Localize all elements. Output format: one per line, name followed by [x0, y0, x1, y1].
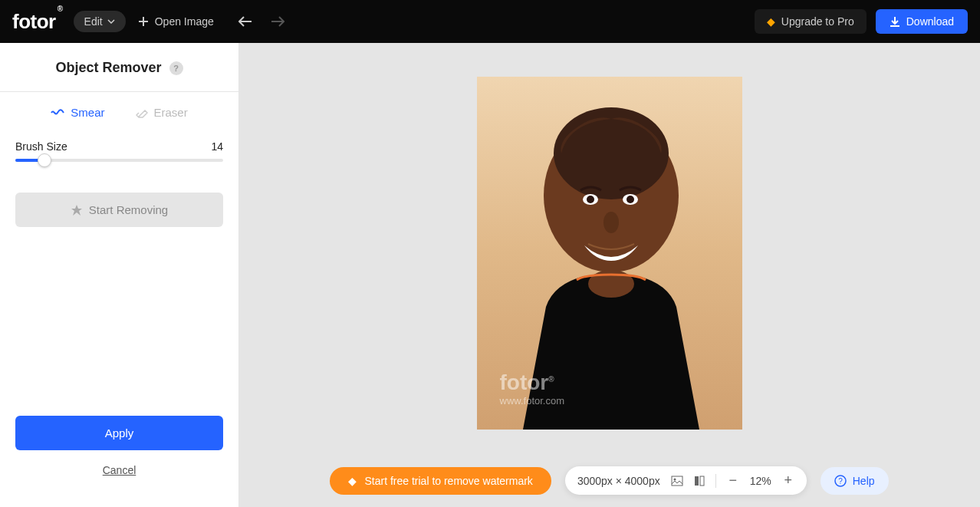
smear-icon	[51, 107, 64, 118]
svg-rect-9	[672, 476, 682, 486]
arrow-left-icon	[238, 16, 252, 27]
nav-arrows	[238, 16, 284, 27]
trial-label: Start free trial to remove watermark	[364, 475, 532, 487]
tool-tabs: Smear Eraser	[0, 92, 238, 122]
image-icon[interactable]	[671, 476, 683, 486]
tab-eraser[interactable]: Eraser	[136, 106, 188, 122]
slider-thumb[interactable]	[38, 153, 51, 167]
upgrade-label: Upgrade to Pro	[781, 15, 854, 28]
watermark: fotor® www.fotor.com	[500, 370, 565, 407]
registered-icon: ®	[58, 5, 63, 13]
zoom-out-button[interactable]: −	[727, 472, 739, 489]
canvas-toolbar: ◆ Start free trial to remove watermark 3…	[238, 466, 980, 495]
remove-icon	[71, 204, 83, 216]
tab-smear[interactable]: Smear	[51, 106, 104, 122]
upgrade-button[interactable]: ◆ Upgrade to Pro	[755, 9, 867, 34]
edit-menu-button[interactable]: Edit	[74, 11, 126, 32]
tab-smear-label: Smear	[71, 106, 104, 119]
open-image-button[interactable]: Open Image	[138, 15, 214, 28]
zoom-toolbar: 3000px × 4000px − 12% +	[565, 466, 807, 495]
help-label: Help	[853, 475, 875, 487]
svg-point-6	[626, 196, 634, 203]
cancel-link[interactable]: Cancel	[15, 464, 223, 476]
logo[interactable]: fotor®	[12, 10, 61, 34]
svg-point-7	[603, 212, 619, 233]
tab-eraser-label: Eraser	[154, 106, 188, 119]
main: Object Remover ? Smear Eraser Brush Size…	[0, 43, 980, 507]
sidebar: Object Remover ? Smear Eraser Brush Size…	[0, 43, 238, 507]
brush-size-label: Brush Size	[15, 140, 67, 153]
forward-button[interactable]	[271, 16, 284, 27]
svg-point-10	[673, 478, 676, 480]
trial-button[interactable]: ◆ Start free trial to remove watermark	[330, 467, 551, 495]
apply-button[interactable]: Apply	[15, 416, 223, 450]
logo-text: fotor	[12, 10, 56, 33]
sidebar-title: Object Remover	[55, 60, 161, 76]
download-icon	[890, 16, 900, 27]
sidebar-header: Object Remover ?	[0, 43, 238, 92]
cancel-label: Cancel	[103, 464, 136, 476]
compare-icon[interactable]	[694, 476, 705, 486]
dimensions-label: 3000px × 4000px	[577, 475, 660, 487]
eraser-icon	[136, 107, 148, 118]
apply-label: Apply	[105, 426, 134, 440]
start-removing-label: Start Removing	[89, 203, 168, 216]
watermark-logo: fotor®	[500, 370, 565, 395]
watermark-url: www.fotor.com	[500, 395, 565, 407]
divider	[715, 474, 716, 488]
diamond-icon: ◆	[767, 15, 775, 28]
brush-size-row: Brush Size 14	[0, 122, 238, 159]
app-header: fotor® Edit Open Image ◆ Upgrade to Pro …	[0, 0, 980, 43]
start-removing-button[interactable]: Start Removing	[15, 193, 223, 227]
svg-rect-12	[700, 476, 704, 486]
brush-size-value: 14	[211, 140, 223, 153]
svg-rect-11	[695, 476, 699, 486]
svg-point-2	[554, 107, 669, 199]
svg-point-5	[587, 196, 594, 203]
download-label: Download	[906, 15, 954, 28]
arrow-right-icon	[271, 16, 284, 27]
diamond-icon: ◆	[348, 475, 357, 487]
help-icon: ?	[834, 475, 847, 487]
help-tooltip-icon[interactable]: ?	[169, 61, 183, 75]
brush-slider[interactable]	[0, 159, 238, 162]
zoom-in-button[interactable]: +	[782, 472, 794, 489]
edit-label: Edit	[84, 15, 103, 28]
zoom-level: 12%	[750, 475, 771, 487]
canvas-area[interactable]: fotor® www.fotor.com ◆ Start free trial …	[238, 43, 980, 507]
plus-icon	[138, 16, 149, 27]
download-button[interactable]: Download	[876, 9, 968, 34]
back-button[interactable]	[238, 16, 252, 27]
help-button[interactable]: ? Help	[821, 467, 889, 495]
header-right: ◆ Upgrade to Pro Download	[755, 9, 968, 34]
svg-text:?: ?	[838, 477, 843, 486]
open-image-label: Open Image	[155, 15, 214, 28]
edited-image[interactable]: fotor® www.fotor.com	[477, 77, 742, 430]
header-left: fotor® Edit Open Image	[12, 10, 284, 34]
slider-track	[15, 159, 223, 162]
chevron-down-icon	[107, 19, 115, 24]
sidebar-actions: Apply Cancel	[0, 416, 238, 507]
